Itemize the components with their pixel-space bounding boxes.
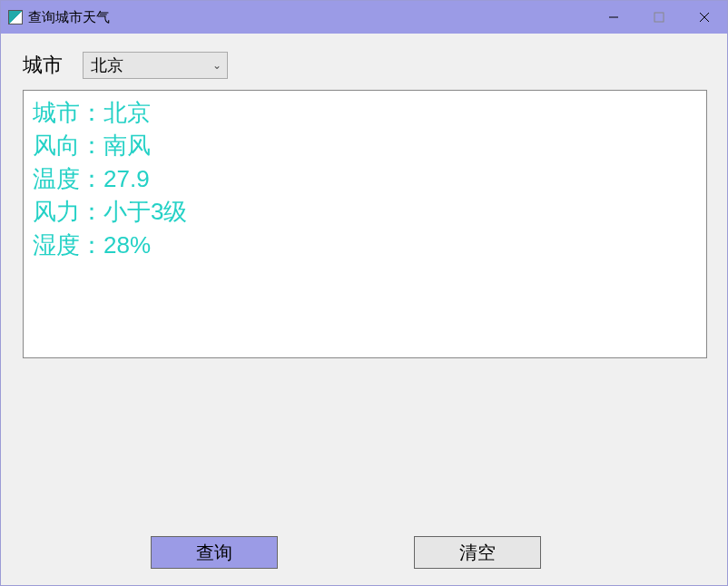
window-title: 查询城市天气 — [28, 9, 110, 26]
content-area: 城市 北京 ⌄ 城市：北京 风向：南风 温度：27.9 风力：小于3级 湿度：2… — [1, 34, 727, 585]
minimize-button[interactable] — [591, 1, 636, 34]
app-icon — [8, 10, 23, 24]
result-line: 湿度：28% — [33, 231, 151, 259]
result-line: 温度：27.9 — [33, 165, 150, 192]
city-row: 城市 北京 ⌄ — [23, 52, 705, 79]
maximize-button — [636, 1, 682, 34]
query-button-label: 查询 — [196, 541, 232, 565]
city-combobox-value: 北京 — [91, 54, 123, 76]
clear-button-label: 清空 — [459, 541, 496, 565]
minimize-icon — [608, 12, 619, 23]
result-line: 风力：小于3级 — [33, 198, 187, 225]
city-label: 城市 — [23, 52, 63, 79]
clear-button[interactable]: 清空 — [414, 536, 541, 569]
close-button[interactable] — [682, 1, 727, 34]
maximize-icon — [654, 12, 664, 23]
button-row: 查询 清空 — [1, 536, 727, 569]
result-line: 风向：南风 — [33, 132, 151, 159]
close-icon — [699, 12, 710, 23]
titlebar: 查询城市天气 — [1, 1, 727, 34]
query-button[interactable]: 查询 — [151, 536, 278, 569]
result-line: 城市：北京 — [33, 99, 151, 126]
svg-rect-1 — [654, 13, 664, 22]
city-combobox[interactable]: 北京 ⌄ — [83, 52, 228, 79]
chevron-down-icon: ⌄ — [212, 59, 221, 72]
result-textbox[interactable]: 城市：北京 风向：南风 温度：27.9 风力：小于3级 湿度：28% — [23, 90, 707, 358]
main-window: 查询城市天气 城市 北京 ⌄ 城市：北京 风向：南风 温度：27.9 风力：小于… — [0, 0, 728, 586]
